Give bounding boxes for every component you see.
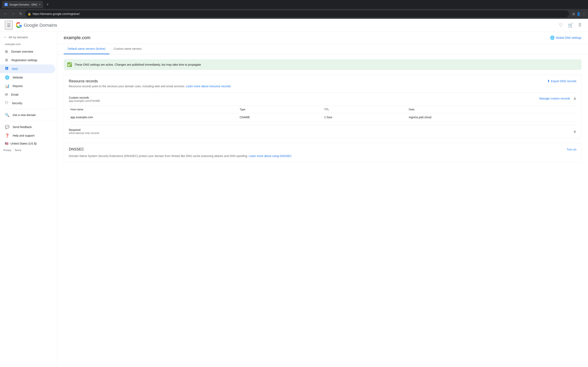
dns-content: ✅ These DNS settings are active. Changes… — [57, 54, 588, 367]
sidebar-item-dns[interactable]: DNS — [0, 64, 55, 73]
resource-records-card: Resource records Resource records point … — [64, 75, 581, 138]
browser-tab[interactable]: G Google Domains - DNS × — [2, 1, 43, 8]
google-logo[interactable]: Google Domains — [16, 22, 57, 28]
required-subtitle: Informational only records — [69, 132, 99, 134]
sidebar-item-label: Send feedback — [13, 125, 32, 129]
custom-records-subtitle: app.example.com/CNAME — [69, 99, 100, 102]
col-header-ttl: TTL — [323, 108, 407, 111]
cell-data: ingress.patr.cloud. — [407, 116, 576, 119]
search-icon: 🔍 — [5, 113, 9, 117]
lock-icon: 🔒 — [27, 12, 31, 16]
new-tab-btn[interactable]: + — [45, 1, 51, 8]
dnssec-title: DNSSEC — [69, 147, 84, 151]
sidebar-item-label: DNS — [12, 67, 18, 71]
tab-default-name-servers[interactable]: Default name servers (Active) — [64, 44, 109, 54]
sidebar-item-reports[interactable]: 📊 Reports — [0, 82, 55, 90]
security-icon: 🛡 — [5, 101, 9, 105]
apps-btn[interactable]: ⠿ — [577, 21, 583, 30]
col-header-type: Type — [238, 108, 323, 111]
browser-menu-icon[interactable]: ⋮ — [582, 12, 586, 16]
refresh-btn[interactable]: ↻ — [18, 10, 24, 17]
terms-link[interactable]: Terms — [15, 149, 21, 152]
sidebar-item-label: Get a new domain — [13, 113, 36, 117]
svg-rect-1 — [7, 67, 8, 68]
address-bar[interactable]: 🔒 https://domains.google.com/registrar/ — [25, 10, 569, 17]
feedback-icon: 💬 — [5, 125, 9, 129]
sidebar-item-label: Reports — [13, 84, 23, 88]
sidebar-item-locale[interactable]: 🇺🇸 United States (US $) — [0, 140, 57, 147]
google-g-icon — [16, 22, 22, 28]
collapse-icon[interactable]: ∧ — [573, 96, 576, 101]
back-btn-label: All my domains — [9, 36, 28, 39]
sidebar-item-label: Email — [11, 93, 18, 96]
forward-btn[interactable]: → — [10, 11, 16, 17]
back-to-domains-btn[interactable]: ← All my domains — [0, 33, 57, 41]
main-layout: ← All my domains example.com ⊞ Domain ov… — [0, 32, 588, 367]
sidebar-item-label: Help and support — [13, 134, 35, 137]
export-label: Export DNS records — [551, 80, 576, 83]
resource-records-desc-text: Resource records point to the services y… — [69, 85, 185, 88]
content-area: example.com 🌐 Global DNS settings Defaul… — [57, 32, 588, 367]
resource-records-desc: Resource records point to the services y… — [69, 84, 231, 89]
sidebar-item-domain-overview[interactable]: ⊞ Domain overview — [0, 47, 55, 56]
global-dns-btn[interactable]: 🌐 Global DNS settings — [550, 35, 581, 40]
sidebar-item-website[interactable]: 🌐 Website — [0, 73, 55, 82]
sidebar-divider-2 — [3, 121, 54, 121]
url-text: https://domains.google.com/registrar/ — [33, 12, 80, 16]
resource-records-title: Resource records — [69, 79, 231, 83]
check-circle-icon: ✅ — [67, 62, 72, 67]
sidebar-item-security[interactable]: 🛡 Security — [0, 99, 55, 107]
email-icon: ✉ — [5, 92, 8, 97]
dnssec-description: Domain Name System Security Extensions (… — [69, 154, 576, 158]
sidebar-item-label: Website — [13, 76, 23, 79]
flag-icon: 🇺🇸 — [5, 142, 8, 145]
learn-more-records-link[interactable]: Learn more about resource records — [186, 85, 231, 88]
expand-chevron-icon[interactable]: ∨ — [573, 129, 576, 134]
sidebar-item-label: Registration settings — [11, 58, 37, 62]
manage-custom-records-link[interactable]: Manage custom records — [539, 97, 570, 100]
hamburger-menu[interactable]: ☰ — [5, 21, 13, 30]
back-btn[interactable]: ← — [2, 11, 9, 17]
custom-records-title: Custom records — [69, 96, 100, 99]
sidebar-item-email[interactable]: ✉ Email — [0, 90, 55, 99]
header-icons: ♡ 🛒 ⠿ — [557, 21, 583, 30]
back-arrow-icon: ← — [3, 35, 7, 39]
app-header: ☰ Google Domains ♡ 🛒 ⠿ — [0, 19, 588, 32]
tab-close-btn[interactable]: × — [39, 3, 41, 6]
cart-btn[interactable]: 🛒 — [566, 21, 575, 30]
custom-records-section: Custom records app.example.com/CNAME Man… — [64, 93, 581, 125]
registration-settings-icon: ⚙ — [5, 58, 8, 62]
cell-type: CNAME — [238, 116, 323, 119]
favorites-btn[interactable]: ♡ — [557, 21, 564, 30]
dnssec-turn-on-btn[interactable]: Turn on — [567, 148, 576, 151]
custom-records-header: Custom records app.example.com/CNAME Man… — [69, 96, 576, 102]
tab-custom-name-servers[interactable]: Custom name servers — [109, 44, 146, 54]
content-header: example.com 🌐 Global DNS settings — [57, 32, 588, 44]
profile-icon[interactable]: 👤 — [577, 12, 581, 16]
website-icon: 🌐 — [5, 75, 9, 80]
dnssec-desc-text: Domain Name System Security Extensions (… — [69, 154, 248, 158]
table-row: app.example.com CNAME 1 hour ingress.pat… — [69, 113, 576, 122]
privacy-link[interactable]: Privacy — [3, 149, 11, 152]
dnssec-learn-more-link[interactable]: Learn more about using DNSSEC — [249, 154, 292, 158]
extensions-icon[interactable]: ⊞ — [572, 12, 575, 16]
cell-hostname: app.example.com — [69, 116, 238, 119]
sidebar-item-get-new-domain[interactable]: 🔍 Get a new domain — [0, 111, 55, 119]
sidebar-item-send-feedback[interactable]: 💬 Send feedback — [0, 123, 55, 131]
dns-tabs: Default name servers (Active) Custom nam… — [57, 44, 588, 54]
col-header-hostname: Host name — [69, 108, 238, 111]
required-section[interactable]: Required Informational only records ∨ — [64, 125, 581, 138]
cell-ttl: 1 hour — [323, 116, 407, 119]
col-header-data: Data — [407, 108, 576, 111]
sidebar-item-help-support[interactable]: ❓ Help and support — [0, 131, 55, 140]
svg-rect-0 — [5, 67, 7, 68]
locale-label: United States (US $) — [10, 142, 36, 145]
export-dns-btn[interactable]: ⬆ Export DNS records — [547, 79, 576, 83]
domain-overview-icon: ⊞ — [5, 49, 8, 54]
resource-records-header: Resource records Resource records point … — [64, 75, 581, 92]
dnssec-header: DNSSEC Turn on — [69, 147, 576, 151]
sidebar-item-registration-settings[interactable]: ⚙ Registration settings — [0, 56, 55, 64]
sidebar-item-label: Security — [12, 101, 22, 105]
sidebar-item-label: Domain overview — [11, 50, 33, 53]
global-dns-label: Global DNS settings — [556, 36, 581, 39]
